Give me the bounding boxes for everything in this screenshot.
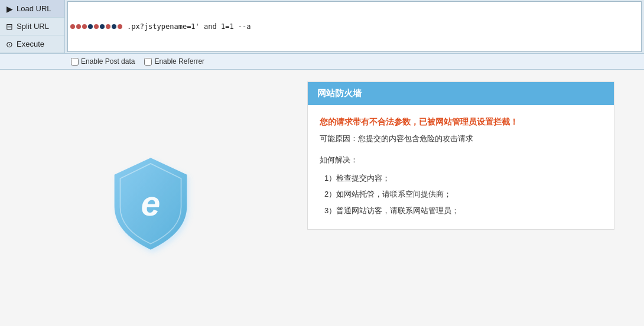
shield-container: e bbox=[97, 153, 204, 259]
enable-referrer-label[interactable]: Enable Referrer bbox=[144, 57, 204, 66]
dot-7 bbox=[106, 24, 110, 29]
execute-icon: ⊙ bbox=[5, 40, 14, 49]
enable-referrer-text: Enable Referrer bbox=[154, 57, 204, 66]
dot-1 bbox=[70, 24, 75, 29]
firewall-step-1: 1）检查提交内容； bbox=[324, 171, 602, 185]
firewall-header: 网站防火墙 bbox=[308, 82, 614, 105]
enable-post-data-checkbox[interactable] bbox=[71, 58, 79, 66]
load-url-label: Load URL bbox=[17, 4, 51, 13]
dot-3 bbox=[82, 24, 87, 29]
firewall-header-text: 网站防火墙 bbox=[317, 88, 362, 98]
firewall-reason-text: 您提交的内容包含危险的攻击请求 bbox=[358, 134, 473, 143]
url-area bbox=[65, 0, 644, 53]
toolbar: ▶ Load URL ⊟ Split URL ⊙ Execute bbox=[0, 0, 644, 54]
execute-label: Execute bbox=[17, 40, 44, 48]
right-panel: 网站防火墙 您的请求带有不合法参数，已被网站管理员设置拦截！ 可能原因：您提交的… bbox=[301, 70, 644, 326]
main-content: e 网站防火墙 您的请求带有不合法参数，已被网站管理员设置拦截！ 可能原因：您提… bbox=[0, 70, 644, 326]
load-url-button[interactable]: ▶ Load URL bbox=[0, 0, 64, 18]
url-input[interactable] bbox=[125, 21, 641, 32]
dot-8 bbox=[112, 24, 116, 29]
split-url-button[interactable]: ⊟ Split URL bbox=[0, 18, 64, 35]
dot-9 bbox=[118, 24, 122, 29]
firewall-box: 网站防火墙 您的请求带有不合法参数，已被网站管理员设置拦截！ 可能原因：您提交的… bbox=[307, 82, 614, 230]
firewall-title: 您的请求带有不合法参数，已被网站管理员设置拦截！ bbox=[320, 115, 602, 129]
enable-referrer-checkbox[interactable] bbox=[144, 58, 152, 66]
toolbar-buttons: ▶ Load URL ⊟ Split URL ⊙ Execute bbox=[0, 0, 65, 53]
firewall-reason: 可能原因：您提交的内容包含危险的攻击请求 bbox=[320, 132, 602, 145]
url-input-wrapper bbox=[67, 1, 642, 52]
firewall-solution-title: 如何解决： bbox=[320, 153, 602, 167]
firewall-reason-prefix: 可能原因： bbox=[320, 134, 358, 143]
svg-text:e: e bbox=[141, 184, 161, 223]
split-url-icon: ⊟ bbox=[5, 22, 14, 31]
firewall-body: 您的请求带有不合法参数，已被网站管理员设置拦截！ 可能原因：您提交的内容包含危险… bbox=[308, 105, 614, 229]
firewall-steps: 1）检查提交内容； 2）如网站托管，请联系空间提供商； 3）普通网站访客，请联系… bbox=[320, 171, 602, 217]
enable-post-data-label[interactable]: Enable Post data bbox=[71, 57, 135, 66]
shield-icon: e bbox=[97, 153, 204, 259]
split-url-label: Split URL bbox=[17, 22, 49, 31]
dot-5 bbox=[94, 24, 99, 29]
firewall-step-3: 3）普通网站访客，请联系网站管理员； bbox=[324, 204, 602, 217]
firewall-step-2: 2）如网站托管，请联系空间提供商； bbox=[324, 187, 602, 201]
left-panel: e bbox=[0, 70, 301, 326]
dot-6 bbox=[100, 24, 105, 29]
options-row: Enable Post data Enable Referrer bbox=[0, 54, 644, 70]
enable-post-data-text: Enable Post data bbox=[81, 57, 135, 66]
dot-2 bbox=[76, 24, 81, 29]
execute-button[interactable]: ⊙ Execute bbox=[0, 35, 64, 53]
url-color-dots bbox=[68, 24, 125, 29]
load-url-icon: ▶ bbox=[5, 4, 14, 14]
dot-4 bbox=[88, 24, 93, 29]
